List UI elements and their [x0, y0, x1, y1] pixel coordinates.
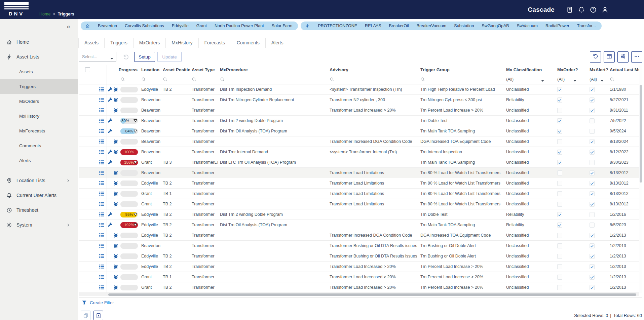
- filter-cell-advisory[interactable]: [328, 74, 418, 84]
- alert-checkbox-checked[interactable]: [590, 275, 595, 280]
- column-header-classification[interactable]: Mx Classification: [504, 65, 548, 74]
- order-checkbox-unchecked[interactable]: [557, 202, 562, 207]
- sidebar-item-comments[interactable]: Comments: [0, 138, 78, 153]
- row-menu-icon[interactable]: [99, 181, 104, 186]
- row-menu-icon[interactable]: [99, 139, 104, 144]
- document-icon[interactable]: [566, 6, 573, 13]
- filter-chip[interactable]: PROTECTIONZONE: [318, 24, 357, 28]
- column-header-type[interactable]: Asset Type: [190, 65, 218, 74]
- filter-chip[interactable]: RadialPower: [545, 24, 569, 28]
- search-icon[interactable]: [192, 77, 196, 82]
- search-icon[interactable]: [120, 77, 125, 82]
- alert-checkbox-checked[interactable]: [590, 87, 595, 92]
- alert-checkbox-checked[interactable]: [590, 139, 595, 144]
- order-checkbox-unchecked[interactable]: [557, 285, 562, 290]
- sidebar-item-timesheet[interactable]: Timesheet: [0, 203, 78, 217]
- refresh-icon[interactable]: [123, 54, 129, 60]
- alert-checkbox-unchecked[interactable]: [590, 212, 595, 217]
- table-row[interactable]: EddyvilleTB 2TransformerTransformer Load…: [79, 262, 639, 272]
- filter-chip[interactable]: RELAYS: [365, 24, 381, 28]
- row-menu-icon[interactable]: [99, 87, 104, 92]
- create-filter-link[interactable]: Create Filter: [79, 297, 642, 308]
- select-dropdown[interactable]: Select...: [79, 52, 116, 62]
- order-checkbox-checked[interactable]: [557, 160, 562, 165]
- row-menu-icon[interactable]: [99, 223, 104, 227]
- filter-chip[interactable]: BreakerVacuum: [417, 24, 447, 28]
- filter-chip[interactable]: Substation: [454, 24, 474, 28]
- row-menu-icon[interactable]: [99, 243, 104, 248]
- search-icon[interactable]: [420, 77, 425, 82]
- column-header-procedure[interactable]: MxProcedure: [218, 65, 328, 74]
- alert-checkbox-checked[interactable]: [590, 97, 595, 103]
- copy-button[interactable]: [81, 311, 90, 320]
- search-icon[interactable]: [330, 77, 334, 82]
- table-row[interactable]: EddyvilleTB 2TransformerDist Trn Inspect…: [79, 84, 639, 95]
- filter-chip[interactable]: Beaverton: [98, 24, 117, 28]
- row-menu-icon[interactable]: [99, 254, 104, 258]
- sidebar-item-home[interactable]: Home: [0, 35, 78, 49]
- order-checkbox-unchecked[interactable]: [557, 233, 562, 238]
- filter-chip[interactable]: Transfor...: [577, 24, 596, 28]
- vertical-scrollbar-thumb[interactable]: [640, 85, 642, 183]
- order-checkbox-checked[interactable]: [557, 150, 562, 155]
- row-menu-icon[interactable]: [99, 97, 104, 102]
- sidebar-item-mxhistory[interactable]: MxHistory: [0, 109, 78, 123]
- alert-checkbox-checked[interactable]: [590, 202, 595, 207]
- alert-checkbox-unchecked[interactable]: [590, 129, 595, 134]
- alert-checkbox-checked[interactable]: [590, 181, 595, 186]
- sidebar-item-location-lists[interactable]: Location Lists: [0, 173, 78, 188]
- column-header-alert[interactable]: MxAlert?: [580, 65, 608, 74]
- alert-checkbox-checked[interactable]: [590, 243, 595, 248]
- column-header-group[interactable]: Trigger Group: [418, 65, 504, 74]
- tab-triggers[interactable]: Triggers: [104, 38, 134, 48]
- select-all-checkbox[interactable]: [85, 67, 90, 72]
- row-menu-icon[interactable]: [99, 202, 104, 206]
- alert-checkbox-checked[interactable]: [590, 285, 595, 290]
- table-row[interactable]: GrantTB 1TransformerTransformer Load Lim…: [79, 189, 639, 199]
- filter-cell-classification[interactable]: (All): [504, 74, 548, 84]
- filter-cell-alert[interactable]: (All): [580, 74, 608, 84]
- table-row[interactable]: EddyvilleTB 2TransformerTransformer Load…: [79, 178, 639, 189]
- table-row[interactable]: 84%BeavertonTransformerDist Trn Oil Anal…: [79, 126, 639, 136]
- table-row[interactable]: 192%EddyvilleTB 2TransformerDist Trn Oil…: [79, 220, 639, 230]
- search-icon[interactable]: [220, 77, 225, 82]
- order-checkbox-unchecked[interactable]: [557, 275, 562, 280]
- table-row[interactable]: GrantTB 2TransformerTransformer Load Lim…: [79, 199, 639, 209]
- alert-checkbox-checked[interactable]: [590, 150, 595, 155]
- tab-forecasts[interactable]: Forecasts: [198, 38, 231, 48]
- row-menu-icon[interactable]: [99, 212, 104, 217]
- ellipsis-button[interactable]: [631, 51, 642, 63]
- table-row[interactable]: EddyvilleTB 2TransformerTransformer Bush…: [79, 251, 639, 262]
- alert-checkbox-checked[interactable]: [590, 191, 595, 196]
- table-row[interactable]: 100%BeavertonTransformerDist Trnr Intern…: [79, 147, 639, 157]
- table-row[interactable]: 30%BeavertonTransformerDist Trn 2 windin…: [79, 116, 639, 126]
- alert-checkbox-unchecked[interactable]: [590, 118, 595, 123]
- order-checkbox-unchecked[interactable]: [557, 181, 562, 186]
- sidebar-item-triggers[interactable]: Triggers: [0, 79, 78, 94]
- table-row[interactable]: EddyvilleTB 2TransformerTransformer Incr…: [79, 230, 639, 241]
- order-checkbox-checked[interactable]: [557, 87, 562, 92]
- filter-cell-procedure[interactable]: [218, 74, 328, 84]
- table-row[interactable]: 186%GrantTB 3TransformerLTCDist LTC Trn …: [79, 157, 639, 168]
- export-excel-button[interactable]: [93, 311, 103, 320]
- tab-assets[interactable]: Assets: [78, 38, 105, 48]
- alert-checkbox-checked[interactable]: [590, 264, 595, 269]
- table-row[interactable]: BeavertonTransformerTransformer Load Inc…: [79, 105, 639, 116]
- column-header-location[interactable]: Location: [139, 65, 161, 74]
- column-header-date[interactable]: Actual Last MxDate: [608, 65, 639, 74]
- filter-cell-progress[interactable]: [118, 74, 139, 84]
- filter-chip[interactable]: BreakerOil: [389, 24, 409, 28]
- filter-cell-group[interactable]: [418, 74, 504, 84]
- horizontal-scrollbar-thumb[interactable]: [108, 293, 636, 296]
- filter-cell-position[interactable]: [161, 74, 190, 84]
- row-menu-icon[interactable]: [99, 285, 104, 290]
- order-checkbox-checked[interactable]: [557, 212, 562, 217]
- order-checkbox-unchecked[interactable]: [557, 264, 562, 269]
- row-menu-icon[interactable]: [99, 118, 104, 123]
- update-button[interactable]: Update: [157, 52, 182, 62]
- order-checkbox-unchecked[interactable]: [557, 139, 562, 144]
- row-menu-icon[interactable]: [99, 129, 104, 133]
- order-checkbox-unchecked[interactable]: [557, 254, 562, 259]
- sidebar-item-mxforecasts[interactable]: MxForecasts: [0, 123, 78, 138]
- row-menu-icon[interactable]: [99, 233, 104, 238]
